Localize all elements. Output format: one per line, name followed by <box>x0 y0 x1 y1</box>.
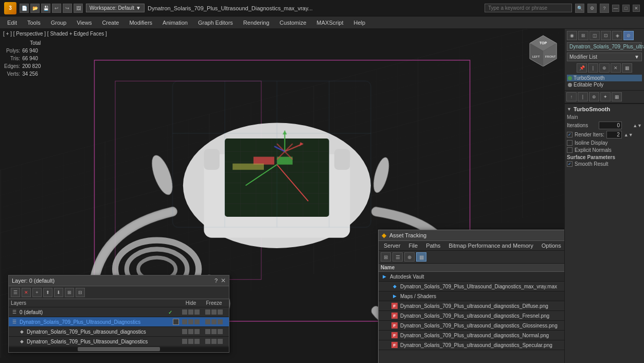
asset-panel-title: Asset Tracking <box>389 232 426 238</box>
layer-tool-list[interactable]: ☰ <box>11 288 20 297</box>
open-btn[interactable]: 📂 <box>30 4 40 13</box>
render-preview[interactable]: 🖼 <box>74 4 83 13</box>
layer-row-default[interactable]: ☰ 0 (default) ✓ <box>9 307 229 317</box>
minimize-btn[interactable]: — <box>612 5 619 12</box>
menu-help[interactable]: Help <box>349 16 371 29</box>
rp-icon-5[interactable]: ◈ <box>612 31 622 40</box>
mod-icon-bar[interactable]: | <box>588 63 598 73</box>
menu-group[interactable]: Group <box>46 16 72 29</box>
turbosmooth-bullet <box>568 76 572 80</box>
close-btn[interactable]: ✕ <box>633 5 640 12</box>
layer-tool-move1[interactable]: ⬆ <box>43 288 52 297</box>
ts-iterations-label: Iterations <box>567 123 588 128</box>
menu-graph-editors[interactable]: Graph Editors <box>193 16 238 29</box>
ts-smooth-result-checkbox[interactable] <box>567 161 573 167</box>
asset-tool-group-left: ⊞ ☰ ⊕ ▦ <box>381 252 426 262</box>
asset-tool-add[interactable]: ⊕ <box>404 252 415 262</box>
menu-create[interactable]: Create <box>97 16 124 29</box>
layer-tool-delete[interactable]: ✕ <box>22 288 31 297</box>
settings-icon[interactable]: ⚙ <box>587 4 597 13</box>
ts-iterations-input[interactable] <box>599 122 622 129</box>
new-btn[interactable]: 📄 <box>20 4 29 13</box>
normal-png-icon: F <box>391 332 398 339</box>
menu-modifiers[interactable]: Modifiers <box>124 16 157 29</box>
ts-render-iters-spinner[interactable]: ▲▼ <box>624 132 633 137</box>
layer-hide-dots-sub2 <box>181 339 201 344</box>
layer-panel-question[interactable]: ? <box>214 278 218 284</box>
asset-row-specular[interactable]: F Dynatron_Solaris_709_Plus_ultrasound_d… <box>379 340 564 350</box>
ts-render-iters-input[interactable] <box>606 131 622 139</box>
asset-row-vault[interactable]: ▶ Autodesk Vault Logged O... <box>379 272 564 282</box>
asset-row-glossiness[interactable]: F Dynatron_Solaris_709_Plus_ultrasound_d… <box>379 321 564 331</box>
prop-icon-4[interactable]: ✦ <box>600 92 611 101</box>
asset-table-body: ▶ Autodesk Vault Logged O... ◆ Dynatron_… <box>379 272 564 363</box>
asset-tool-table[interactable]: ▦ <box>416 252 426 262</box>
rp-icon-4[interactable]: ⊡ <box>601 31 611 40</box>
rp-icon-2[interactable]: ⊞ <box>578 31 588 40</box>
layer-row-dynatron[interactable]: ☰ Dynatron_Solaris_709_Plus_Ultrasound_D… <box>9 317 229 327</box>
prop-icon-5[interactable]: ▦ <box>612 92 622 101</box>
layer-column-headers: Layers Hide Freeze <box>9 299 229 307</box>
asset-row-normal[interactable]: F Dynatron_Solaris_709_Plus_ultrasound_d… <box>379 331 564 340</box>
asset-row-diffuse[interactable]: F Dynatron_Solaris_709_Plus_ultrasound_d… <box>379 301 564 311</box>
asset-menu-options[interactable]: Options <box>539 242 564 249</box>
menu-edit[interactable]: Edit <box>2 16 22 29</box>
asset-row-max[interactable]: ◆ Dynatron_Solaris_709_Plus_Ultrasound_D… <box>379 282 564 291</box>
prop-icon-1[interactable]: ↑ <box>566 92 577 101</box>
workspace-selector[interactable]: Workspace: Default ▼ <box>86 4 145 12</box>
layer-icon-sub1: ◆ <box>18 328 25 335</box>
ts-isoline-checkbox[interactable] <box>567 140 573 146</box>
modifier-list-bar[interactable]: Modifier List ▼ <box>567 53 642 61</box>
menu-maxscript[interactable]: MAXScript <box>312 16 349 29</box>
mod-editable-poly[interactable]: Editable Poly <box>567 81 642 88</box>
rp-icon-6[interactable]: ⊘ <box>623 31 634 40</box>
layer-tool-collapse[interactable]: ⊟ <box>76 288 85 297</box>
asset-row-maps[interactable]: ▶ Maps / Shaders <box>379 291 564 301</box>
menu-animation[interactable]: Animation <box>157 16 193 29</box>
search-icon[interactable]: 🔍 <box>575 4 584 13</box>
asset-panel-header: ◆ Asset Tracking — □ ✕ <box>379 230 564 241</box>
nav-cube[interactable]: TOP LEFT FRONT <box>527 33 560 66</box>
prop-icon-2[interactable]: | <box>578 92 588 101</box>
rp-icon-3[interactable]: ◫ <box>589 31 600 40</box>
maximize-btn[interactable]: □ <box>622 5 630 12</box>
menu-customize[interactable]: Customize <box>275 16 312 29</box>
asset-tool-grid[interactable]: ⊞ <box>381 252 391 262</box>
ts-render-iters-checkbox[interactable] <box>567 132 573 137</box>
rp-icon-1[interactable]: ◉ <box>567 31 577 40</box>
menu-tools[interactable]: Tools <box>22 16 46 29</box>
layer-scrollbar[interactable] <box>9 347 229 352</box>
save-btn[interactable]: 💾 <box>41 4 50 13</box>
menu-rendering[interactable]: Rendering <box>238 16 275 29</box>
layer-row-sub2[interactable]: ◆ Dynatron_Solaris_709_Plus_Ultrasound_D… <box>9 337 229 347</box>
menu-views[interactable]: Views <box>71 16 97 29</box>
layer-tool-expand[interactable]: ⊞ <box>65 288 74 297</box>
mod-turbosmooth[interactable]: TurboSmooth <box>567 75 642 81</box>
layer-scroll-track[interactable] <box>78 347 160 351</box>
layer-tool-add[interactable]: + <box>32 288 42 297</box>
search-input[interactable] <box>485 4 572 12</box>
layer-name-dynatron: Dynatron_Solaris_709_Plus_Ultrasound_Dia… <box>20 319 173 325</box>
viewport-label: [ + ] [ Perspective ] [ Shaded + Edged F… <box>3 31 107 37</box>
ts-explicit-checkbox[interactable] <box>567 147 573 153</box>
mod-icon-copy[interactable]: ⊕ <box>599 63 610 73</box>
layer-row-sub1[interactable]: ◆ Dynatron_Solaris_709_Plus_ultrasound_d… <box>9 327 229 337</box>
help-icon[interactable]: ? <box>600 4 609 13</box>
redo-btn[interactable]: ↪ <box>63 4 72 13</box>
layer-tool-move2[interactable]: ⬇ <box>54 288 63 297</box>
asset-menu-paths[interactable]: Paths <box>423 242 443 249</box>
asset-menu-server[interactable]: Server <box>381 242 403 249</box>
asset-menu-bitmap[interactable]: Bitmap Performance and Memory <box>445 242 536 249</box>
viewport[interactable]: [ + ] [ Perspective ] [ Shaded + Edged F… <box>0 29 564 363</box>
asset-menu-file[interactable]: File <box>405 242 421 249</box>
mod-icon-pin[interactable]: 📌 <box>577 63 587 73</box>
mod-icon-del[interactable]: ✕ <box>611 63 621 73</box>
asset-row-fresnel[interactable]: F Dynatron_Solaris_709_Plus_ultrasound_d… <box>379 311 564 321</box>
asset-tool-list[interactable]: ☰ <box>392 252 403 262</box>
mod-icon-cfg[interactable]: ▦ <box>622 63 632 73</box>
prop-icon-3[interactable]: ⊕ <box>589 92 599 101</box>
layer-panel-close[interactable]: ✕ <box>221 277 226 284</box>
ts-collapse-arrow[interactable]: ▼ <box>567 107 571 112</box>
undo-btn[interactable]: ↩ <box>52 4 61 13</box>
ts-iterations-spinner[interactable]: ▲▼ <box>633 123 642 128</box>
